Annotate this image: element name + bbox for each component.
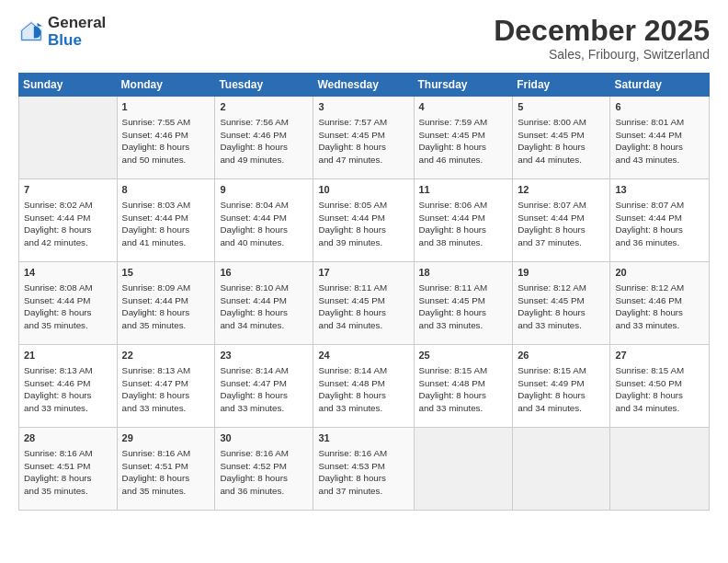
day-number: 10 (318, 183, 408, 197)
day-info: Sunrise: 8:03 AMSunset: 4:44 PMDaylight:… (122, 199, 210, 249)
day-number: 27 (615, 349, 704, 362)
day-info: Sunrise: 8:06 AMSunset: 4:44 PMDaylight:… (419, 199, 508, 249)
logo-general: General (48, 14, 106, 31)
calendar-cell: 24Sunrise: 8:14 AMSunset: 4:48 PMDayligh… (313, 345, 414, 428)
day-info: Sunrise: 7:55 AMSunset: 4:46 PMDaylight:… (122, 116, 210, 167)
calendar-cell: 25Sunrise: 8:15 AMSunset: 4:48 PMDayligh… (414, 345, 513, 428)
calendar-cell: 6Sunrise: 8:01 AMSunset: 4:44 PMDaylight… (610, 97, 710, 179)
calendar-cell: 29Sunrise: 8:16 AMSunset: 4:51 PMDayligh… (117, 428, 215, 511)
day-number: 22 (122, 349, 210, 362)
day-info: Sunrise: 8:10 AMSunset: 4:44 PMDaylight:… (220, 282, 308, 332)
day-number: 23 (220, 349, 308, 362)
calendar-cell: 27Sunrise: 8:15 AMSunset: 4:50 PMDayligh… (610, 345, 710, 428)
day-info: Sunrise: 7:57 AMSunset: 4:45 PMDaylight:… (318, 116, 408, 167)
calendar-cell: 4Sunrise: 7:59 AMSunset: 4:45 PMDaylight… (414, 97, 513, 179)
day-info: Sunrise: 8:12 AMSunset: 4:45 PMDaylight:… (518, 282, 605, 332)
day-info: Sunrise: 8:16 AMSunset: 4:51 PMDaylight:… (24, 447, 112, 498)
calendar-week-row: 14Sunrise: 8:08 AMSunset: 4:44 PMDayligh… (19, 262, 710, 345)
day-info: Sunrise: 8:13 AMSunset: 4:47 PMDaylight:… (122, 364, 210, 415)
day-number: 12 (518, 183, 605, 197)
day-number: 2 (220, 100, 308, 114)
calendar-cell: 7Sunrise: 8:02 AMSunset: 4:44 PMDaylight… (19, 179, 118, 262)
day-info: Sunrise: 8:07 AMSunset: 4:44 PMDaylight:… (518, 199, 605, 249)
day-number: 1 (122, 100, 210, 114)
day-info: Sunrise: 8:07 AMSunset: 4:44 PMDaylight:… (615, 199, 704, 249)
day-number: 30 (220, 431, 308, 445)
location: Sales, Fribourg, Switzerland (494, 47, 710, 62)
page: General Blue December 2025 Sales, Fribou… (0, 0, 728, 563)
day-info: Sunrise: 8:15 AMSunset: 4:48 PMDaylight:… (419, 364, 508, 415)
day-info: Sunrise: 8:14 AMSunset: 4:47 PMDaylight:… (220, 364, 308, 415)
day-info: Sunrise: 8:11 AMSunset: 4:45 PMDaylight:… (318, 282, 408, 332)
day-number: 11 (419, 183, 508, 197)
day-number: 20 (615, 266, 704, 280)
calendar-cell: 14Sunrise: 8:08 AMSunset: 4:44 PMDayligh… (19, 262, 118, 345)
day-number: 8 (122, 183, 210, 197)
weekday-header: Thursday (414, 74, 513, 97)
day-number: 16 (220, 266, 308, 280)
day-info: Sunrise: 8:16 AMSunset: 4:52 PMDaylight:… (220, 447, 308, 498)
day-info: Sunrise: 8:15 AMSunset: 4:49 PMDaylight:… (518, 364, 605, 415)
calendar-cell: 26Sunrise: 8:15 AMSunset: 4:49 PMDayligh… (513, 345, 610, 428)
logo: General Blue (18, 15, 106, 49)
calendar-cell: 1Sunrise: 7:55 AMSunset: 4:46 PMDaylight… (117, 97, 215, 179)
weekday-header: Monday (117, 74, 215, 97)
day-info: Sunrise: 8:14 AMSunset: 4:48 PMDaylight:… (318, 364, 408, 415)
calendar-week-row: 1Sunrise: 7:55 AMSunset: 4:46 PMDaylight… (19, 97, 710, 179)
day-number: 28 (24, 431, 112, 445)
title-block: December 2025 Sales, Fribourg, Switzerla… (494, 15, 710, 62)
calendar-cell: 15Sunrise: 8:09 AMSunset: 4:44 PMDayligh… (117, 262, 215, 345)
weekday-header: Sunday (19, 74, 118, 97)
logo-blue: Blue (48, 31, 82, 49)
calendar-cell: 5Sunrise: 8:00 AMSunset: 4:45 PMDaylight… (513, 97, 610, 179)
day-number: 29 (122, 431, 210, 445)
day-number: 31 (318, 431, 408, 445)
calendar-cell: 20Sunrise: 8:12 AMSunset: 4:46 PMDayligh… (610, 262, 710, 345)
day-info: Sunrise: 8:05 AMSunset: 4:44 PMDaylight:… (318, 199, 408, 249)
day-number: 17 (318, 266, 408, 280)
day-info: Sunrise: 8:01 AMSunset: 4:44 PMDaylight:… (615, 116, 704, 167)
day-info: Sunrise: 8:15 AMSunset: 4:50 PMDaylight:… (615, 364, 704, 415)
day-number: 5 (518, 100, 605, 114)
calendar-cell: 21Sunrise: 8:13 AMSunset: 4:46 PMDayligh… (19, 345, 118, 428)
day-number: 18 (419, 266, 508, 280)
day-number: 14 (24, 266, 112, 280)
day-info: Sunrise: 8:09 AMSunset: 4:44 PMDaylight:… (122, 282, 210, 332)
calendar-cell (414, 428, 513, 511)
calendar-cell: 19Sunrise: 8:12 AMSunset: 4:45 PMDayligh… (513, 262, 610, 345)
day-info: Sunrise: 7:56 AMSunset: 4:46 PMDaylight:… (220, 116, 308, 167)
calendar-cell: 23Sunrise: 8:14 AMSunset: 4:47 PMDayligh… (215, 345, 313, 428)
calendar-cell: 30Sunrise: 8:16 AMSunset: 4:52 PMDayligh… (215, 428, 313, 511)
day-info: Sunrise: 8:13 AMSunset: 4:46 PMDaylight:… (24, 364, 112, 415)
day-number: 25 (419, 349, 508, 362)
day-info: Sunrise: 8:11 AMSunset: 4:45 PMDaylight:… (419, 282, 508, 332)
day-info: Sunrise: 8:04 AMSunset: 4:44 PMDaylight:… (220, 199, 308, 249)
calendar-cell: 12Sunrise: 8:07 AMSunset: 4:44 PMDayligh… (513, 179, 610, 262)
logo-icon (18, 19, 44, 45)
day-info: Sunrise: 8:02 AMSunset: 4:44 PMDaylight:… (24, 199, 112, 249)
day-number: 6 (615, 100, 704, 114)
day-info: Sunrise: 8:16 AMSunset: 4:51 PMDaylight:… (122, 447, 210, 498)
calendar-cell (513, 428, 610, 511)
day-number: 13 (615, 183, 704, 197)
calendar-cell (610, 428, 710, 511)
calendar-cell: 16Sunrise: 8:10 AMSunset: 4:44 PMDayligh… (215, 262, 313, 345)
month-title: December 2025 (494, 15, 710, 47)
calendar: SundayMondayTuesdayWednesdayThursdayFrid… (18, 73, 710, 511)
calendar-cell: 18Sunrise: 8:11 AMSunset: 4:45 PMDayligh… (414, 262, 513, 345)
day-info: Sunrise: 8:08 AMSunset: 4:44 PMDaylight:… (24, 282, 112, 332)
day-number: 21 (24, 349, 112, 362)
day-number: 4 (419, 100, 508, 114)
calendar-cell (19, 97, 118, 179)
day-info: Sunrise: 8:00 AMSunset: 4:45 PMDaylight:… (518, 116, 605, 167)
calendar-cell: 31Sunrise: 8:16 AMSunset: 4:53 PMDayligh… (313, 428, 414, 511)
calendar-cell: 9Sunrise: 8:04 AMSunset: 4:44 PMDaylight… (215, 179, 313, 262)
weekday-header: Friday (513, 74, 610, 97)
weekday-header: Tuesday (215, 74, 313, 97)
calendar-cell: 28Sunrise: 8:16 AMSunset: 4:51 PMDayligh… (19, 428, 118, 511)
day-number: 7 (24, 183, 112, 197)
day-number: 9 (220, 183, 308, 197)
day-number: 19 (518, 266, 605, 280)
day-info: Sunrise: 7:59 AMSunset: 4:45 PMDaylight:… (419, 116, 508, 167)
logo-text: General Blue (48, 15, 106, 49)
